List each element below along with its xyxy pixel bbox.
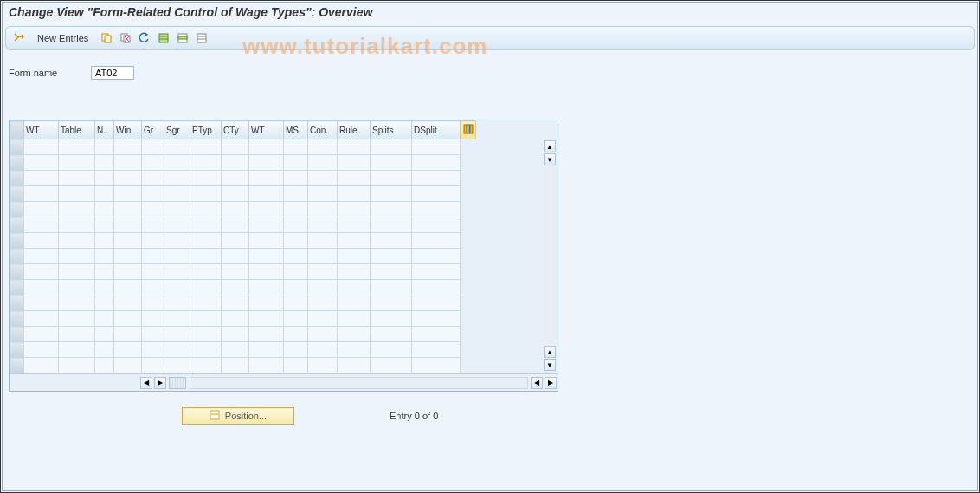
table-cell[interactable] <box>95 155 114 171</box>
table-cell[interactable] <box>284 342 308 358</box>
undo-icon[interactable] <box>137 30 152 46</box>
row-selector[interactable] <box>10 311 24 327</box>
table-cell[interactable] <box>114 217 142 233</box>
scroll-right-small-icon[interactable]: ▶ <box>154 377 166 389</box>
table-cell[interactable] <box>24 358 59 373</box>
table-cell[interactable] <box>95 327 114 342</box>
table-cell[interactable] <box>338 155 371 171</box>
position-button[interactable]: Position... <box>182 407 294 425</box>
table-cell[interactable] <box>142 155 164 171</box>
table-cell[interactable] <box>308 233 338 249</box>
row-selector[interactable] <box>10 202 24 217</box>
scroll-left-icon[interactable]: ◀ <box>140 377 152 389</box>
table-cell[interactable] <box>338 217 371 233</box>
table-cell[interactable] <box>24 233 59 249</box>
table-cell[interactable] <box>338 233 371 249</box>
col-cty[interactable]: CTy. <box>222 121 249 139</box>
table-cell[interactable] <box>190 249 222 264</box>
table-cell[interactable] <box>412 295 461 311</box>
col-table[interactable]: Table <box>59 121 95 139</box>
table-cell[interactable] <box>114 186 142 202</box>
table-cell[interactable] <box>164 171 190 186</box>
scroll-down-icon[interactable]: ▼ <box>544 359 556 371</box>
form-name-input[interactable] <box>91 66 134 80</box>
table-cell[interactable] <box>284 186 308 202</box>
table-cell[interactable] <box>190 264 222 280</box>
table-cell[interactable] <box>338 295 371 311</box>
table-cell[interactable] <box>24 311 59 327</box>
table-cell[interactable] <box>338 186 371 202</box>
table-cell[interactable] <box>95 264 114 280</box>
select-block-icon[interactable] <box>175 30 190 46</box>
table-cell[interactable] <box>95 249 114 264</box>
row-selector[interactable] <box>10 327 24 342</box>
table-cell[interactable] <box>142 249 164 264</box>
col-sgr[interactable]: Sgr <box>164 121 190 139</box>
table-cell[interactable] <box>412 186 461 202</box>
table-cell[interactable] <box>371 249 412 264</box>
table-cell[interactable] <box>164 249 190 264</box>
table-cell[interactable] <box>114 233 142 249</box>
table-cell[interactable] <box>338 171 371 186</box>
configure-columns-icon[interactable] <box>461 121 476 139</box>
table-cell[interactable] <box>59 171 95 186</box>
table-cell[interactable] <box>142 295 164 311</box>
row-selector[interactable] <box>10 280 24 295</box>
table-cell[interactable] <box>95 186 114 202</box>
table-cell[interactable] <box>59 186 95 202</box>
table-cell[interactable] <box>59 264 95 280</box>
col-wt[interactable]: WT <box>24 121 59 139</box>
table-cell[interactable] <box>95 233 114 249</box>
row-selector[interactable] <box>10 342 24 358</box>
table-cell[interactable] <box>371 327 412 342</box>
table-cell[interactable] <box>308 171 338 186</box>
table-cell[interactable] <box>59 233 95 249</box>
table-cell[interactable] <box>308 186 338 202</box>
table-cell[interactable] <box>142 358 164 373</box>
table-cell[interactable] <box>249 327 284 342</box>
table-cell[interactable] <box>190 311 222 327</box>
col-wt2[interactable]: WT <box>249 121 284 139</box>
table-cell[interactable] <box>412 155 461 171</box>
scroll-up-small-icon[interactable]: ▲ <box>544 346 556 358</box>
table-cell[interactable] <box>142 171 164 186</box>
col-rule[interactable]: Rule <box>338 121 371 139</box>
table-cell[interactable] <box>142 311 164 327</box>
table-cell[interactable] <box>24 264 59 280</box>
row-selector[interactable] <box>10 264 24 280</box>
table-cell[interactable] <box>338 358 371 373</box>
table-cell[interactable] <box>371 311 412 327</box>
table-cell[interactable] <box>142 186 164 202</box>
table-cell[interactable] <box>249 139 284 155</box>
table-cell[interactable] <box>59 295 95 311</box>
table-cell[interactable] <box>222 358 249 373</box>
table-cell[interactable] <box>284 233 308 249</box>
table-cell[interactable] <box>222 186 249 202</box>
table-cell[interactable] <box>284 139 308 155</box>
table-cell[interactable] <box>249 342 284 358</box>
table-cell[interactable] <box>249 202 284 217</box>
table-cell[interactable] <box>412 233 461 249</box>
table-cell[interactable] <box>412 327 461 342</box>
table-cell[interactable] <box>190 342 222 358</box>
table-cell[interactable] <box>371 217 412 233</box>
table-cell[interactable] <box>114 311 142 327</box>
table-cell[interactable] <box>59 280 95 295</box>
table-cell[interactable] <box>412 358 461 373</box>
table-cell[interactable] <box>190 171 222 186</box>
table-cell[interactable] <box>284 171 308 186</box>
col-splits[interactable]: Splits <box>371 121 412 139</box>
table-cell[interactable] <box>412 217 461 233</box>
table-cell[interactable] <box>222 280 249 295</box>
table-cell[interactable] <box>190 139 222 155</box>
table-cell[interactable] <box>412 311 461 327</box>
table-cell[interactable] <box>24 342 59 358</box>
table-cell[interactable] <box>412 171 461 186</box>
table-cell[interactable] <box>284 311 308 327</box>
table-cell[interactable] <box>308 311 338 327</box>
table-cell[interactable] <box>222 217 249 233</box>
row-selector[interactable] <box>10 217 24 233</box>
table-cell[interactable] <box>190 217 222 233</box>
table-cell[interactable] <box>249 264 284 280</box>
table-cell[interactable] <box>308 217 338 233</box>
